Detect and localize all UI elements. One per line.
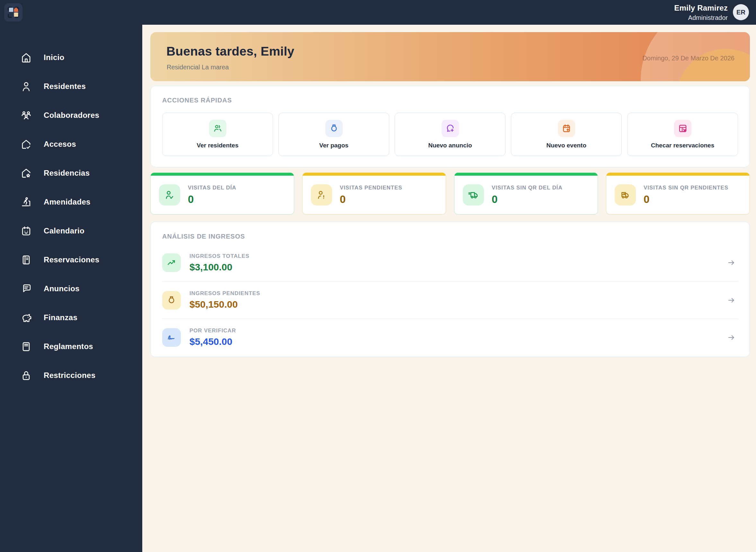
action-label: Nuevo anuncio — [428, 142, 472, 149]
income-value: $5,450.00 — [190, 336, 236, 347]
income-rows: INGRESOS TOTALES $3,100.00 INGRESOS PEND… — [162, 244, 738, 356]
sidebar-item-label: Residencias — [44, 169, 90, 177]
sidebar-item-label: Amenidades — [44, 197, 91, 206]
income-analysis-title: ANÁLISIS DE INGRESOS — [162, 233, 738, 240]
stat-accent-bar — [606, 173, 750, 176]
income-label: INGRESOS PENDIENTES — [190, 290, 260, 297]
people-group-icon — [20, 110, 32, 121]
sidebar-item-label: Residentes — [44, 82, 86, 91]
sidebar-item-accesos[interactable]: Accesos — [0, 130, 142, 159]
income-label: POR VERIFICAR — [190, 327, 236, 334]
action-ver-residentes[interactable]: Ver residentes — [162, 113, 273, 156]
sidebar-item-anuncios[interactable]: Anuncios — [0, 274, 142, 303]
avatar-initials: ER — [736, 9, 745, 16]
sidebar-item-residentes[interactable]: Residentes — [0, 72, 142, 101]
stat-accent-bar — [455, 173, 598, 176]
sidebar-item-label: Accesos — [44, 140, 76, 149]
income-row-por-verificar[interactable]: POR VERIFICAR $5,450.00 — [162, 318, 738, 356]
sidebar-item-label: Restricciones — [44, 371, 95, 380]
house-check-icon — [20, 139, 32, 150]
truck-return-icon — [615, 184, 636, 205]
sidebar-item-finanzas[interactable]: Finanzas — [0, 303, 142, 332]
sidebar-nav: Inicio Residentes Colaboradores Accesos … — [0, 43, 142, 390]
person-check-icon — [159, 184, 180, 205]
trending-up-icon — [162, 253, 181, 272]
sidebar-item-restricciones[interactable]: Restricciones — [0, 361, 142, 390]
sidebar-item-inicio[interactable]: Inicio — [0, 43, 142, 72]
arrow-right-icon[interactable] — [727, 333, 736, 342]
sidebar-item-reservaciones[interactable]: Reservaciones — [0, 245, 142, 274]
person-icon — [20, 81, 32, 92]
income-row-ingresos-totales[interactable]: INGRESOS TOTALES $3,100.00 — [162, 244, 738, 281]
arrow-right-icon[interactable] — [727, 296, 736, 304]
stat-value: 0 — [492, 193, 562, 205]
stat-visitas-del-dia: VISITAS DEL DÍA 0 — [150, 172, 294, 215]
money-bag-icon — [162, 291, 181, 309]
action-label: Ver residentes — [197, 142, 239, 149]
people-group-icon — [209, 120, 226, 137]
income-analysis-panel: ANÁLISIS DE INGRESOS INGRESOS TOTALES $3… — [150, 222, 750, 357]
arrow-right-icon[interactable] — [727, 259, 736, 267]
person-alert-icon — [311, 184, 332, 205]
sidebar-item-label: Colaboradores — [44, 111, 99, 120]
residence-name: Residencial La marea — [167, 63, 229, 71]
sidebar-item-colaboradores[interactable]: Colaboradores — [0, 101, 142, 130]
stat-visitas-sin-qr-pendientes: VISITAS SIN QR PENDIENTES 0 — [606, 172, 750, 215]
table-arrow-icon — [674, 120, 691, 137]
main-content: Buenas tardes, Emily Residencial La mare… — [142, 25, 756, 552]
sidebar-item-amenidades[interactable]: Amenidades — [0, 187, 142, 217]
stat-value: 0 — [644, 193, 728, 205]
current-date: Domingo, 29 De Marzo De 2026 — [642, 54, 735, 62]
action-nuevo-evento[interactable]: Nuevo evento — [511, 113, 622, 156]
income-label: INGRESOS TOTALES — [190, 253, 250, 260]
stat-accent-bar — [151, 173, 294, 176]
truck-icon — [463, 184, 484, 205]
action-label: Ver pagos — [319, 142, 349, 149]
greeting-banner: Buenas tardes, Emily Residencial La mare… — [150, 32, 750, 81]
sidebar-item-label: Finanzas — [44, 313, 78, 322]
user-info: Emily Ramirez Administrador — [674, 4, 728, 21]
sidebar-item-calendario[interactable]: Calendario — [0, 217, 142, 245]
income-value: $3,100.00 — [190, 262, 250, 273]
message-lines-icon — [20, 283, 32, 294]
sidebar-item-label: Anuncios — [44, 284, 80, 293]
user-name: Emily Ramirez — [674, 4, 728, 12]
app-logo[interactable] — [4, 3, 22, 21]
stat-visitas-sin-qr-del-dia: VISITAS SIN QR DEL DÍA 0 — [454, 172, 598, 215]
calendar-smile-icon — [20, 226, 32, 237]
stat-value: 0 — [188, 193, 236, 205]
home-icon — [20, 52, 32, 63]
sidebar-item-label: Calendario — [44, 227, 85, 235]
greeting-title: Buenas tardes, Emily — [166, 44, 294, 58]
house-star-icon — [20, 168, 32, 179]
sidebar-item-residencias[interactable]: Residencias — [0, 159, 142, 187]
piggy-bank-icon — [20, 312, 32, 323]
sidebar-item-label: Inicio — [44, 53, 64, 62]
action-ver-pagos[interactable]: Ver pagos — [278, 113, 389, 156]
community-logo-icon — [4, 3, 22, 21]
quick-actions-row: Ver residentes Ver pagos Nuevo anuncio N… — [162, 113, 738, 156]
quick-actions-title: ACCIONES RÁPIDAS — [162, 97, 738, 104]
calendar-plus-icon — [558, 120, 575, 137]
money-bag-icon — [325, 120, 343, 137]
stat-value: 0 — [340, 193, 402, 205]
income-row-ingresos-pendientes[interactable]: INGRESOS PENDIENTES $50,150.00 — [162, 281, 738, 318]
action-checar-reservaciones[interactable]: Checar reservaciones — [627, 113, 738, 156]
quick-actions-panel: ACCIONES RÁPIDAS Ver residentes Ver pago… — [150, 86, 750, 167]
stat-label: VISITAS DEL DÍA — [188, 185, 236, 191]
book-icon — [20, 341, 32, 352]
stat-label: VISITAS SIN QR PENDIENTES — [644, 185, 728, 191]
avatar[interactable]: ER — [733, 4, 749, 20]
lock-icon — [20, 370, 32, 381]
user-role: Administrador — [674, 14, 728, 21]
action-nuevo-anuncio[interactable]: Nuevo anuncio — [395, 113, 505, 156]
sidebar-item-reglamentos[interactable]: Reglamentos — [0, 332, 142, 361]
stat-visitas-pendientes: VISITAS PENDIENTES 0 — [302, 172, 446, 215]
sidebar-item-label: Reglamentos — [44, 342, 93, 351]
top-bar: Emily Ramirez Administrador ER — [0, 0, 756, 25]
sidebar-item-label: Reservaciones — [44, 255, 99, 264]
visits-stats-row: VISITAS DEL DÍA 0 VISITAS PENDIENTES 0 V… — [150, 172, 750, 215]
treadmill-runner-icon — [20, 196, 32, 208]
signature-icon — [162, 328, 181, 347]
message-plus-icon — [442, 120, 459, 137]
